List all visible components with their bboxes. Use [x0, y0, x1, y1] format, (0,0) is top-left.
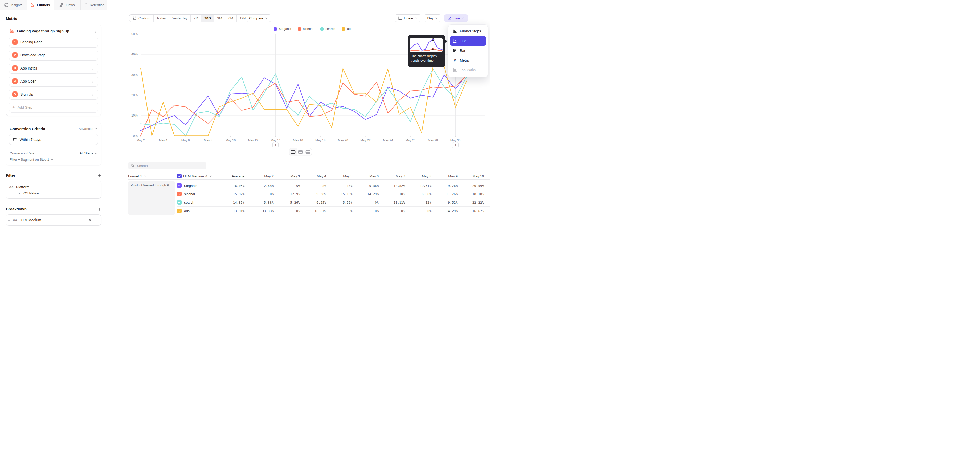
breakdown-card: Aa UTM Medium [6, 214, 101, 226]
tab-retention[interactable]: Retention [81, 0, 107, 10]
conversion-rate-label: Conversion Rate [10, 151, 35, 155]
chart-only-view-toggle[interactable] [297, 149, 304, 155]
cell-value: 10% [326, 184, 352, 188]
legend-swatch [274, 27, 277, 31]
filter-value[interactable]: iOS Native [23, 192, 38, 195]
segment-label: search [184, 201, 194, 204]
svg-text:May 2: May 2 [137, 139, 145, 142]
scale-dropdown[interactable]: Linear [395, 14, 422, 22]
add-step-button[interactable]: + Add Step [9, 102, 98, 113]
breakdown-column-header[interactable]: UTM Medium4 [177, 174, 218, 178]
tab-funnels[interactable]: Funnels [27, 0, 54, 10]
filter-operator[interactable]: Is [18, 192, 20, 195]
checkbox[interactable] [177, 200, 182, 205]
metric-icon: # [452, 58, 457, 62]
filter-segment-dropdown[interactable]: Filter + Segment on Step 1 [10, 158, 97, 161]
legend-ads[interactable]: ads [342, 27, 352, 31]
tab-flows[interactable]: Flows [54, 0, 81, 10]
cell-value: 11.76% [431, 192, 458, 196]
funnel-step-4[interactable]: 4App Open [9, 76, 98, 87]
checkbox[interactable] [177, 209, 182, 213]
cell-value: 14.29% [352, 192, 379, 196]
menu-item-metric[interactable]: #Metric [450, 56, 486, 65]
step-number-badge: 1 [12, 39, 18, 45]
kebab-icon[interactable] [94, 185, 98, 189]
chevron-down-icon [209, 174, 212, 177]
all-steps-dropdown[interactable]: All Steps [80, 151, 97, 155]
segment-label: sidebar [184, 192, 195, 196]
average-value: 14.85% [218, 198, 247, 206]
cell-value: 33.33% [247, 209, 274, 213]
table-row-organic: $organic16.03%2.63%5%8%10%5.36%12.82%19.… [177, 181, 490, 190]
menu-item-funnel-steps[interactable]: Funnel Steps [450, 26, 486, 36]
tab-insights[interactable]: Insights [0, 0, 27, 10]
filter-property[interactable]: Platform [16, 185, 91, 189]
step-number-badge: 2 [12, 53, 18, 58]
kebab-icon[interactable] [94, 29, 97, 33]
cell-value: 9.38% [300, 192, 326, 196]
svg-text:10%: 10% [131, 114, 138, 117]
legend-search[interactable]: search [320, 27, 335, 31]
table-only-view-toggle[interactable] [304, 149, 312, 155]
app-root: InsightsFunnelsFlowsRetention Metric Lan… [0, 0, 490, 230]
chart-type-dropdown[interactable]: Line [444, 14, 468, 22]
annotation-marker[interactable]: 1 [452, 142, 458, 148]
add-filter-button[interactable] [97, 173, 101, 177]
checkbox[interactable] [177, 192, 182, 196]
cell-value: 5.26% [274, 201, 300, 204]
conversion-window-button[interactable]: Within 7 days [9, 134, 98, 145]
annotation-marker[interactable]: 1 [272, 142, 279, 148]
chevron-down-icon [415, 17, 418, 20]
svg-text:#: # [454, 58, 456, 62]
menu-item-line[interactable]: Line [450, 36, 486, 46]
add-breakdown-button[interactable] [97, 207, 101, 211]
funnel-name-cell[interactable]: Product Viewed through P… [128, 181, 175, 215]
table-search[interactable] [128, 162, 206, 169]
checkbox[interactable] [177, 174, 182, 178]
drag-handle-icon[interactable] [8, 219, 11, 222]
close-icon[interactable] [88, 218, 92, 222]
kebab-icon[interactable] [94, 218, 98, 222]
cell-value: 12.9% [274, 192, 300, 196]
range-3m[interactable]: 3M [214, 14, 225, 22]
top-paths-icon [452, 68, 457, 72]
cell-value: 5.56% [326, 201, 352, 204]
range-7d[interactable]: 7D [191, 14, 201, 22]
funnel-step-2[interactable]: 2Download Page [9, 50, 98, 61]
breakdown-heading: Breakdown [6, 207, 27, 211]
chart-type-menu: Funnel StepsLineBar#MetricTop Paths [448, 24, 488, 77]
conversion-criteria-card: Conversion Criteria Advanced Within 7 da… [6, 123, 101, 165]
step-number-badge: 4 [12, 78, 18, 84]
funnel-column-header[interactable]: Funnel1 [128, 174, 177, 178]
tooltip-text: Line charts display trends over time. [407, 54, 445, 63]
breakdown-property[interactable]: UTM Medium [20, 218, 86, 222]
chevron-down-icon [461, 17, 465, 20]
cell-value: 5.36% [352, 184, 379, 188]
svg-text:May 4: May 4 [159, 139, 167, 142]
legend-organic[interactable]: $organic [274, 27, 291, 31]
svg-text:1: 1 [275, 144, 277, 147]
search-input[interactable] [137, 164, 204, 168]
chevron-down-icon [94, 152, 97, 155]
interval-dropdown[interactable]: Day [424, 14, 441, 22]
funnel-step-5[interactable]: 5Sign Up [9, 89, 98, 100]
flows-icon [59, 3, 64, 7]
compare-button[interactable]: Compare [246, 14, 271, 22]
cell-value: 12% [405, 201, 431, 204]
range-yesterday[interactable]: Yesterday [169, 14, 191, 22]
advanced-dropdown[interactable]: Advanced [79, 127, 97, 131]
split-view-toggle[interactable] [290, 149, 297, 155]
layout-toggle-group [289, 148, 312, 155]
range-today[interactable]: Today [154, 14, 169, 22]
menu-item-bar[interactable]: Bar [450, 46, 486, 56]
svg-text:May 20: May 20 [338, 139, 348, 142]
svg-text:1: 1 [455, 144, 456, 147]
range-custom[interactable]: Custom [129, 14, 154, 22]
checkbox[interactable] [177, 183, 182, 188]
range-6m[interactable]: 6M [225, 14, 237, 22]
legend-sidebar[interactable]: sidebar [298, 27, 313, 31]
cell-value: 9.52% [431, 201, 458, 204]
funnel-step-1[interactable]: 1Landing Page [9, 37, 98, 48]
range-30d[interactable]: 30D [201, 14, 214, 22]
funnel-step-3[interactable]: 3App Install [9, 62, 98, 73]
